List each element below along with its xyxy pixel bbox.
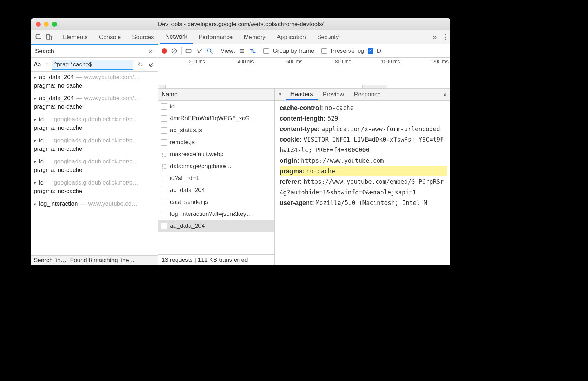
request-row[interactable]: remote.js xyxy=(158,136,274,148)
request-row[interactable]: ad_data_204 xyxy=(158,220,274,232)
file-icon xyxy=(161,223,167,229)
request-row[interactable]: 4mrRnEPnWo81qWPG8_xcG… xyxy=(158,112,274,124)
more-tabs-icon[interactable]: » xyxy=(430,30,440,44)
refresh-search-icon[interactable]: ↻ xyxy=(137,60,144,69)
search-result[interactable]: ▼id — googleads.g.doubleclick.net/p…prag… xyxy=(31,177,158,198)
tab-security[interactable]: Security xyxy=(312,30,344,44)
result-name: id xyxy=(39,179,44,186)
search-status-left: Search fin… xyxy=(34,257,67,264)
request-row[interactable]: ad_data_204 xyxy=(158,184,274,196)
filter-icon[interactable] xyxy=(196,47,203,54)
twisty-icon: ▼ xyxy=(33,160,37,164)
header-line[interactable]: origin: https://www.youtube.com xyxy=(280,155,447,166)
request-name: cast_sender.js xyxy=(170,199,208,206)
request-row[interactable]: id?slf_rd=1 xyxy=(158,172,274,184)
request-name: data:image/png;base… xyxy=(170,163,232,170)
view-label: View: xyxy=(221,47,235,54)
result-key: pragma: xyxy=(34,103,55,110)
preserve-log-checkbox[interactable] xyxy=(321,48,327,54)
clear-search-icon[interactable]: ⊘ xyxy=(148,60,155,69)
search-status-bar: Search fin… Found 8 matching line… xyxy=(31,255,158,265)
svg-rect-2 xyxy=(49,36,52,40)
search-result[interactable]: ▼id — googleads.g.doubleclick.net/p…prag… xyxy=(31,156,158,177)
headers-list: cache-control: no-cachecontent-length: 5… xyxy=(275,101,450,265)
twisty-icon: ▼ xyxy=(33,76,37,80)
inspect-element-icon[interactable] xyxy=(35,34,42,41)
large-rows-icon[interactable] xyxy=(239,47,246,54)
file-icon xyxy=(161,115,167,122)
clear-icon[interactable] xyxy=(171,47,178,54)
search-result[interactable]: ▼id — googleads.g.doubleclick.net/p…prag… xyxy=(31,114,158,135)
request-row[interactable]: ad_status.js xyxy=(158,124,274,136)
tab-elements[interactable]: Elements xyxy=(57,30,93,44)
header-key: pragma: xyxy=(280,168,305,175)
header-line[interactable]: referer: https://www.youtube.com/embed/G… xyxy=(280,176,447,198)
header-line[interactable]: cache-control: no-cache xyxy=(280,103,447,113)
capture-screenshots-icon[interactable] xyxy=(185,47,192,54)
twisty-icon: ▼ xyxy=(33,181,37,185)
svg-line-4 xyxy=(172,49,176,53)
disable-cache-checkbox[interactable] xyxy=(368,48,373,54)
file-icon xyxy=(161,211,167,217)
preserve-log-label: Preserve log xyxy=(331,47,364,54)
result-host: www.youtube.co… xyxy=(88,200,137,207)
settings-kebab-icon[interactable] xyxy=(440,30,450,44)
request-row[interactable]: data:image/png;base… xyxy=(158,160,274,172)
tab-memory[interactable]: Memory xyxy=(238,30,271,44)
search-panel-title: Search xyxy=(35,48,54,55)
overview-timeline[interactable]: 200 ms400 ms600 ms800 ms1000 ms1200 ms xyxy=(158,58,450,89)
request-row[interactable]: log_interaction?alt=json&key… xyxy=(158,208,274,220)
window-minimize-button[interactable] xyxy=(44,22,49,27)
request-row[interactable]: id xyxy=(158,101,274,112)
group-by-frame-checkbox[interactable] xyxy=(263,48,269,54)
close-detail-icon[interactable]: × xyxy=(275,89,286,100)
titlebar: DevTools - developers.google.com/web/too… xyxy=(31,18,450,30)
window-title: DevTools - developers.google.com/web/too… xyxy=(31,21,450,28)
match-case-toggle[interactable]: Aa xyxy=(34,62,41,68)
search-result[interactable]: ▼log_interaction — www.youtube.co… xyxy=(31,198,158,208)
request-name: 4mrRnEPnWo81qWPG8_xcG… xyxy=(170,115,255,122)
waterfall-icon[interactable] xyxy=(249,47,256,54)
detail-tab-preview[interactable]: Preview xyxy=(318,89,349,100)
window-close-button[interactable] xyxy=(36,22,41,27)
header-line[interactable]: user-agent: Mozilla/5.0 (Macintosh; Inte… xyxy=(280,198,447,208)
header-line[interactable]: content-length: 529 xyxy=(280,113,447,124)
search-icon[interactable] xyxy=(206,47,213,54)
request-detail-panel: × HeadersPreviewResponse » cache-control… xyxy=(275,89,450,265)
cut-label: D xyxy=(377,47,381,54)
search-result[interactable]: ▼ad_data_204 — www.youtube.com/…pragma:n… xyxy=(31,72,158,93)
tab-network[interactable]: Network xyxy=(160,30,193,44)
more-detail-tabs-icon[interactable]: » xyxy=(440,89,450,100)
request-row[interactable]: maxresdefault.webp xyxy=(158,148,274,160)
name-column-header[interactable]: Name xyxy=(158,89,274,101)
tab-application[interactable]: Application xyxy=(271,30,312,44)
request-name: ad_data_204 xyxy=(170,222,205,230)
timeline-tick: 400 ms xyxy=(207,58,256,65)
result-host: www.youtube.com/… xyxy=(84,95,140,102)
header-value: 529 xyxy=(327,115,338,122)
tab-sources[interactable]: Sources xyxy=(126,30,159,44)
twisty-icon: ▼ xyxy=(33,139,37,143)
search-result[interactable]: ▼id — googleads.g.doubleclick.net/p…prag… xyxy=(31,135,158,156)
header-key: referer: xyxy=(280,178,302,185)
close-panel-icon[interactable]: × xyxy=(147,46,154,57)
device-toolbar-icon[interactable] xyxy=(46,34,53,41)
network-toolbar: View: Group by frame Preserve log D xyxy=(158,44,450,58)
regex-toggle[interactable]: .* xyxy=(44,62,48,68)
record-button[interactable] xyxy=(162,48,167,54)
header-line[interactable]: cookie: VISITOR_INFO1_LIVE=dDk0-xTswPs; … xyxy=(280,134,447,155)
search-result[interactable]: ▼ad_data_204 — www.youtube.com/…pragma:n… xyxy=(31,93,158,114)
header-line[interactable]: content-type: application/x-www-form-url… xyxy=(280,124,447,134)
window-zoom-button[interactable] xyxy=(52,22,57,27)
result-name: log_interaction xyxy=(39,200,78,207)
request-name: id?slf_rd=1 xyxy=(170,175,200,182)
result-name: ad_data_204 xyxy=(39,95,74,102)
tab-performance[interactable]: Performance xyxy=(193,30,238,44)
detail-tab-headers[interactable]: Headers xyxy=(286,89,318,100)
request-name: id xyxy=(170,103,175,110)
tab-console[interactable]: Console xyxy=(93,30,126,44)
search-input[interactable] xyxy=(52,60,133,70)
header-line[interactable]: pragma: no-cache xyxy=(280,166,447,176)
detail-tab-response[interactable]: Response xyxy=(349,89,386,100)
request-row[interactable]: cast_sender.js xyxy=(158,196,274,208)
